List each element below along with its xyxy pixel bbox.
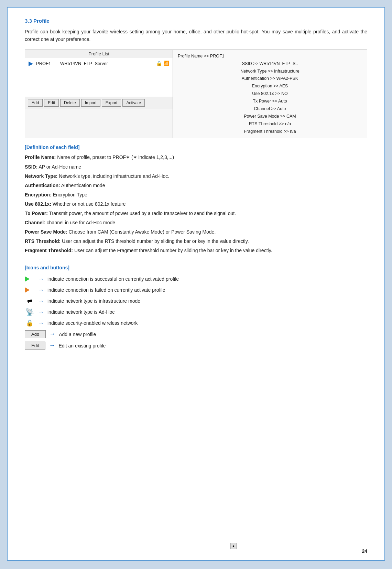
arrow-icon: →: [38, 309, 44, 316]
profile-icon-group: 🔒 📶: [156, 61, 169, 66]
icon-description: indicate network type is Ad-Hoc: [47, 309, 115, 315]
icon-description: indicate security-enabled wireless netwo…: [47, 320, 138, 326]
icon-item: ⇌ → indicate network type is infrastruct…: [25, 297, 367, 305]
icon-items: → indicate connection is successful on c…: [25, 275, 367, 350]
detail-rts: RTS Threshold >> n/a: [178, 120, 362, 128]
icon-item: Add → Add a new profile: [25, 330, 367, 338]
detail-channel: Channel >> Auto: [178, 105, 362, 113]
definition-item: Use 802.1x: Whether or not use 802.1x fe…: [25, 200, 367, 208]
arrow-icon: →: [49, 331, 55, 338]
icon-description: indicate connection is successful on cur…: [47, 276, 179, 282]
export-button[interactable]: Export: [102, 99, 121, 107]
detail-8021x: Use 802.1x >> NO: [178, 90, 362, 98]
detail-network-type: Network Type >> Infrastructure: [178, 68, 362, 75]
definition-title: [Definition of each field]: [25, 144, 367, 150]
profile-list-empty: [25, 69, 173, 97]
security-icon: 🔒: [25, 319, 34, 327]
profile-name-cell: PROF1: [36, 61, 57, 66]
detail-fragment: Fragment Threshold >> n/a: [178, 128, 362, 136]
add-button[interactable]: Add: [28, 99, 43, 107]
detail-ssid: SSID >> WR514VN_FTP_S..: [178, 60, 362, 68]
infra-mode-icon: ⇌: [25, 297, 34, 305]
page-container: 3.3 Profile Profile can book keeping you…: [7, 7, 385, 561]
scroll-up-button[interactable]: ▲: [230, 543, 237, 549]
definition-item: Tx Power: Transmit power, the amount of …: [25, 210, 367, 217]
definition-item: SSID: AP or Ad-Hoc name: [25, 163, 367, 171]
connection-fail-icon: [25, 286, 34, 294]
profile-list-title: Profile List: [25, 50, 173, 58]
arrow-icon: →: [38, 276, 44, 283]
profile-button-bar: Add Edit Delete Import Export Activate: [25, 97, 173, 109]
active-arrow: ▶: [29, 60, 33, 67]
edit-button[interactable]: Edit: [44, 99, 59, 107]
detail-profile-name: Profile Name >> PROF1: [178, 53, 362, 60]
lock-icon: 🔒: [156, 61, 162, 66]
delete-button[interactable]: Delete: [60, 99, 80, 107]
icon-description: Edit an existing profile: [58, 343, 106, 348]
icon-description: Add a new profile: [59, 332, 96, 337]
icon-item: 🔒 → indicate security-enabled wireless n…: [25, 319, 367, 327]
profile-panel: Profile List ▶ PROF1 WR514VN_FTP_Server …: [25, 50, 367, 139]
icons-title: [Icons and buttons]: [25, 265, 367, 270]
activate-button[interactable]: Activate: [122, 99, 145, 107]
profile-ssid-cell: WR514VN_FTP_Server: [60, 61, 153, 66]
detail-power-save: Power Save Mode >> CAM: [178, 113, 362, 120]
arrow-icon: →: [49, 342, 55, 349]
definition-item: RTS Threshold: User can adjust the RTS t…: [25, 237, 367, 245]
detail-tx-power: Tx Power >> Auto: [178, 98, 362, 105]
definition-items: Profile Name: Name of profile, preset to…: [25, 153, 367, 255]
adhoc-icon: 📡: [25, 308, 34, 316]
icon-description: indicate connection is failed on current…: [47, 287, 165, 293]
definition-item: Authentication: Authentication mode: [25, 182, 367, 190]
arrow-icon: →: [38, 287, 44, 294]
intro-paragraph: Profile can book keeping your favorite w…: [25, 28, 367, 43]
page-number: 24: [362, 548, 367, 554]
definition-item: Fragment Threshold: User can adjust the …: [25, 247, 367, 255]
add-profile-button[interactable]: Add: [25, 330, 46, 338]
profile-row: ▶ PROF1 WR514VN_FTP_Server 🔒 📶: [25, 58, 173, 69]
connection-success-icon: [25, 275, 34, 283]
icon-item: → indicate connection is failed on curre…: [25, 286, 367, 294]
wifi-mode-icon: 📶: [163, 61, 169, 66]
detail-auth: Authentication >> WPA2-PSK: [178, 75, 362, 83]
section-title: 3.3 Profile: [25, 18, 367, 24]
icon-item: → indicate connection is successful on c…: [25, 275, 367, 283]
icon-item: 📡 → indicate network type is Ad-Hoc: [25, 308, 367, 316]
profile-list-area: Profile List ▶ PROF1 WR514VN_FTP_Server …: [25, 50, 173, 138]
definition-item: Encryption: Encryption Type: [25, 191, 367, 199]
import-button[interactable]: Import: [81, 99, 100, 107]
edit-profile-button[interactable]: Edit: [25, 342, 45, 350]
definition-item: Channel: channel in use for Ad-Hoc mode: [25, 219, 367, 227]
arrow-icon: →: [38, 298, 44, 305]
profile-details: Profile Name >> PROF1 SSID >> WR514VN_FT…: [173, 50, 367, 138]
definition-item: Power Save Mode: Choose from CAM (Consta…: [25, 228, 367, 236]
definition-item: Network Type: Network's type, including …: [25, 172, 367, 180]
icon-item: Edit → Edit an existing profile: [25, 342, 367, 350]
arrow-icon: →: [38, 320, 44, 327]
icon-description: indicate network type is infrastructure …: [47, 298, 140, 304]
detail-encryption: Encryption >> AES: [178, 83, 362, 90]
definition-item: Profile Name: Name of profile, preset to…: [25, 153, 367, 161]
